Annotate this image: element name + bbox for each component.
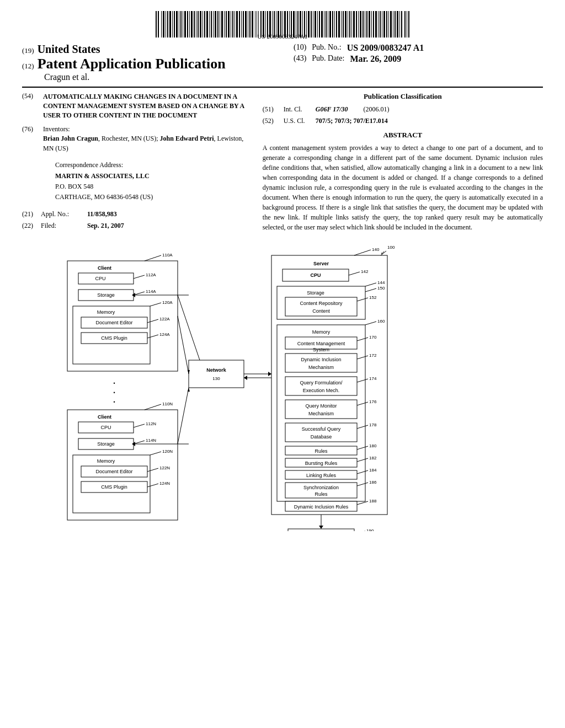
svg-rect-42: [245, 11, 247, 38]
ellipsis: •: [113, 381, 115, 386]
svg-rect-105: [382, 11, 382, 38]
sqd-label-2: Database: [311, 434, 332, 440]
svg-rect-95: [360, 11, 361, 38]
bursting-ref: 182: [369, 456, 377, 461]
svg-rect-83: [334, 11, 335, 38]
svg-rect-45: [252, 11, 253, 38]
int-cl-date: (2006.01): [364, 105, 390, 114]
qfe-label-1: Query Formulation/: [300, 380, 343, 386]
svg-rect-35: [231, 11, 231, 38]
svg-rect-106: [383, 11, 385, 38]
svg-line-132: [178, 316, 189, 374]
svg-rect-31: [221, 11, 223, 38]
field-22-num: (22): [22, 222, 39, 230]
svg-rect-36: [232, 11, 233, 38]
us-cl-row: (52) U.S. Cl. 707/5; 707/3; 707/E17.014: [263, 117, 543, 125]
dasd-box: [288, 529, 354, 531]
dir-label: Dynamic Inclusion Rules: [294, 504, 349, 510]
page: /* barcode rendered below */: [0, 0, 565, 728]
storage-a-label: Storage: [97, 292, 115, 298]
memory-a-ref: 120A: [162, 300, 173, 305]
diagram-svg: .d-text { font-family: Arial, sans-serif…: [22, 244, 543, 531]
pub-no-num: (10): [294, 43, 306, 53]
svg-rect-19: [196, 11, 196, 38]
dim-label-2: Mechanism: [308, 365, 334, 370]
applicant-name: Cragun et al.: [44, 72, 282, 82]
svg-rect-3: [161, 11, 162, 38]
svg-rect-39: [239, 11, 240, 38]
svg-rect-12: [180, 11, 182, 38]
svg-rect-103: [378, 11, 379, 38]
header-row: (19) United States (12) Patent Applicati…: [22, 43, 543, 82]
client-a-label: Client: [98, 265, 111, 271]
svg-rect-7: [169, 11, 171, 38]
svg-rect-92: [353, 11, 355, 38]
svg-rect-23: [204, 11, 205, 38]
svg-rect-101: [373, 11, 374, 38]
memory-server-label: Memory: [312, 329, 331, 335]
inventor-1-name: Brian John Cragun: [43, 135, 98, 142]
cms-system-label: System: [313, 347, 329, 352]
svg-rect-75: [317, 11, 318, 38]
field-21-num: (21): [22, 210, 39, 218]
svg-rect-16: [189, 11, 190, 38]
svg-rect-85: [338, 11, 340, 38]
pub-classification-title: Publication Classification: [263, 92, 543, 101]
content-repo-ref: 152: [369, 295, 377, 300]
svg-line-135: [178, 388, 189, 444]
correspondence-section: Correspondence Address: MARTIN & ASSOCIA…: [55, 160, 252, 202]
svg-rect-96: [363, 11, 364, 38]
us-cl-label: U.S. Cl.: [284, 117, 311, 125]
field-76-num: (76): [22, 125, 39, 153]
svg-rect-33: [226, 11, 227, 38]
svg-rect-91: [351, 11, 352, 38]
svg-line-140: [354, 250, 371, 255]
server-ref: 140: [372, 247, 380, 252]
svg-rect-17: [191, 11, 193, 38]
svg-rect-78: [324, 11, 324, 38]
barcode-image: /* barcode rendered below */: [22, 11, 543, 33]
field-76-row: (76) Inventors: Brian John Cragun, Roche…: [22, 125, 252, 153]
pub-no-label: Pub. No.:: [312, 43, 341, 53]
svg-rect-4: [163, 11, 164, 38]
header-right: (10) Pub. No.: US 2009/0083247 A1 (43) P…: [282, 43, 543, 64]
doc-editor-a-label: Document Editor: [95, 320, 132, 325]
left-column: (54) AUTOMATICALLY MAKING CHANGES IN A D…: [22, 92, 252, 233]
cpu-n-ref: 112N: [146, 421, 156, 426]
int-cl-label: Int. Cl.: [284, 105, 311, 114]
svg-line-125: [145, 404, 161, 410]
inventors-list: Brian John Cragun, Rochester, MN (US); J…: [43, 133, 252, 153]
doc-editor-n-label: Document Editor: [95, 469, 132, 474]
memory-a-label: Memory: [97, 309, 115, 315]
cms-server-ref: 170: [369, 335, 377, 340]
sqd-ref: 178: [369, 422, 377, 427]
cpu-a-ref: 112A: [146, 272, 156, 277]
field-54-num: (54): [22, 92, 39, 120]
sqd-label-1: Successful Query: [302, 426, 341, 432]
network-ref: 130: [212, 376, 220, 381]
svg-rect-114: [401, 11, 402, 38]
svg-rect-28: [215, 11, 216, 38]
svg-rect-27: [213, 11, 214, 38]
svg-rect-47: [257, 11, 257, 38]
svg-rect-26: [211, 11, 212, 38]
country-num: (19): [22, 46, 34, 55]
svg-rect-38: [236, 11, 238, 38]
svg-rect-116: [407, 11, 407, 38]
svg-rect-112: [397, 11, 398, 38]
qfe-label-2: Execution Mech.: [303, 388, 340, 393]
svg-rect-109: [390, 11, 392, 38]
us-cl-codes: 707/5; 707/3; 707/E17.014: [316, 117, 388, 125]
svg-rect-87: [343, 11, 344, 38]
cms-plugin-a-ref: 124A: [159, 332, 170, 337]
svg-rect-115: [404, 11, 406, 38]
storage-server-label: Storage: [307, 290, 324, 296]
storage-150-ref: 150: [377, 286, 385, 291]
doc-editor-n-ref: 122N: [159, 465, 170, 470]
dasd-ref: 190: [366, 528, 374, 531]
linking-label: Linking Rules: [306, 473, 337, 478]
svg-rect-99: [369, 11, 370, 38]
content-repo-label: Content Repository: [300, 301, 343, 306]
svg-rect-113: [399, 11, 400, 38]
sync-label-1: Synchronization: [303, 485, 339, 490]
